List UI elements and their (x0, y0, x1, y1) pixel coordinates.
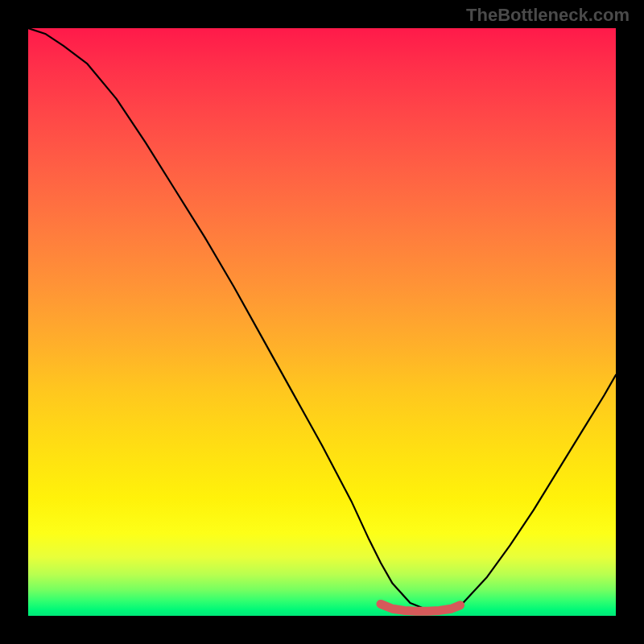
chart-plot-area (28, 28, 616, 616)
watermark-text: TheBottleneck.com (466, 5, 630, 26)
bottleneck-curve (28, 28, 616, 611)
minimum-marker (381, 604, 460, 611)
chart-svg (28, 28, 616, 616)
